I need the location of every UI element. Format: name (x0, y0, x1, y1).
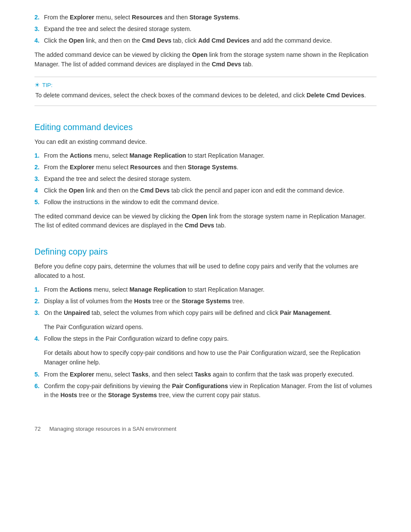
section2-list: 1. From the Actions menu, select Manage … (34, 285, 377, 317)
tip-box: ☀ TIP: To delete command devices, select… (34, 77, 377, 106)
list-item: 2. From the Explorer menu select Resourc… (34, 163, 377, 172)
list-number: 1. (34, 151, 44, 160)
list-number: 1. (34, 285, 44, 294)
list-number: 2. (34, 13, 44, 22)
list-item: 3. Expand the tree and select the desire… (34, 25, 377, 34)
section2-list-cont2: 5. From the Explorer menu, select Tasks,… (34, 370, 377, 400)
list-item: 2. From the Explorer menu, select Resour… (34, 13, 377, 22)
list-text: From the Explorer menu, select Tasks, an… (44, 370, 377, 379)
page-number: 72 (34, 426, 40, 432)
footer-title: Managing storage resources in a SAN envi… (49, 426, 176, 432)
section1-heading: Editing command devices (34, 118, 377, 132)
section1-list: 1. From the Actions menu, select Manage … (34, 151, 377, 207)
tip-label: TIP: (42, 82, 53, 88)
list-text: Follow the instructions in the window to… (44, 198, 377, 207)
list-number: 3. (34, 25, 44, 34)
list-number: 5. (34, 370, 44, 379)
list-text: Follow the steps in the Pair Configurati… (44, 334, 377, 343)
intro-paragraph: The added command device can be viewed b… (34, 50, 377, 69)
list-text: From the Explorer menu, select Resources… (44, 13, 377, 22)
page-footer: 72 Managing storage resources in a SAN e… (34, 426, 377, 432)
list-number: 2. (34, 297, 44, 306)
list-number: 3. (34, 174, 44, 184)
list-number: 4. (34, 36, 44, 45)
list-item: 4. Follow the steps in the Pair Configur… (34, 334, 377, 343)
list-item: 4 Click the Open link and then on the Cm… (34, 186, 377, 195)
list-number: 4. (34, 334, 44, 343)
list-item: 2. Display a list of volumes from the Ho… (34, 297, 377, 306)
list-text: Click the Open link and then on the Cmd … (44, 186, 377, 195)
list-text: From the Actions menu, select Manage Rep… (44, 285, 377, 294)
list-item: 3. Expand the tree and select the desire… (34, 174, 377, 184)
section1-intro: You can edit an existing command device. (34, 137, 377, 147)
list-text: From the Actions menu, select Manage Rep… (44, 151, 377, 160)
list-item: 1. From the Actions menu, select Manage … (34, 285, 377, 294)
page-content: 2. From the Explorer menu, select Resour… (34, 13, 377, 432)
section2-intro: Before you define copy pairs, determine … (34, 262, 377, 280)
list-item: 4. Click the Open link, and then on the … (34, 36, 377, 45)
list-item: 1. From the Actions menu, select Manage … (34, 151, 377, 160)
section2-heading: Defining copy pairs (34, 243, 377, 257)
intro-list: 2. From the Explorer menu, select Resour… (34, 13, 377, 45)
list-text: From the Explorer menu select Resources … (44, 163, 377, 172)
section1-outro: The edited command device can be viewed … (34, 212, 377, 230)
tip-icon: ☀ (34, 81, 40, 88)
list-number: 3. (34, 308, 44, 317)
list-item: 5. From the Explorer menu, select Tasks,… (34, 370, 377, 379)
list-text: Expand the tree and select the desired s… (44, 174, 377, 184)
list-item: 5. Follow the instructions in the window… (34, 198, 377, 207)
tip-header: ☀ TIP: (34, 81, 377, 88)
list-item: 6. Confirm the copy-pair definitions by … (34, 382, 377, 400)
list-text: Display a list of volumes from the Hosts… (44, 297, 377, 306)
sub-paragraph: For details about how to specify copy-pa… (44, 348, 377, 367)
sub-paragraph: The Pair Configuration wizard opens. (44, 323, 377, 332)
list-number: 6. (34, 382, 44, 400)
list-number: 2. (34, 163, 44, 172)
list-number: 4 (34, 186, 44, 195)
section2-list-cont: 4. Follow the steps in the Pair Configur… (34, 334, 377, 343)
list-text: Expand the tree and select the desired s… (44, 25, 377, 34)
list-text: Click the Open link, and then on the Cmd… (44, 36, 377, 45)
list-text: Confirm the copy-pair definitions by vie… (44, 382, 377, 400)
tip-body: To delete command devices, select the ch… (34, 91, 377, 100)
list-item: 3. On the Unpaired tab, select the volum… (34, 308, 377, 317)
list-number: 5. (34, 198, 44, 207)
list-text: On the Unpaired tab, select the volumes … (44, 308, 377, 317)
